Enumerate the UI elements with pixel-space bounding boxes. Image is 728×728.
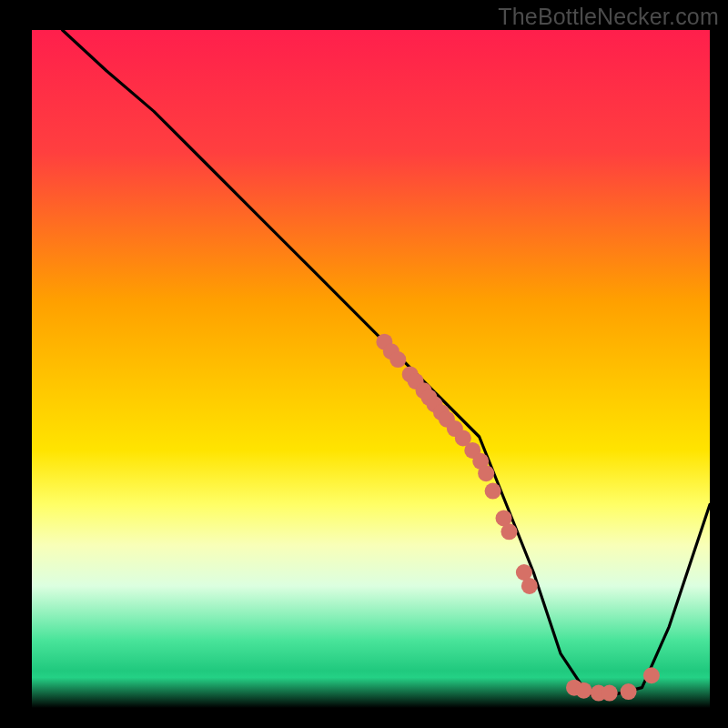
plot-layer xyxy=(0,0,728,728)
chart-container: TheBottleNecker.com xyxy=(0,0,728,728)
watermark-text: TheBottleNecker.com xyxy=(498,4,719,30)
